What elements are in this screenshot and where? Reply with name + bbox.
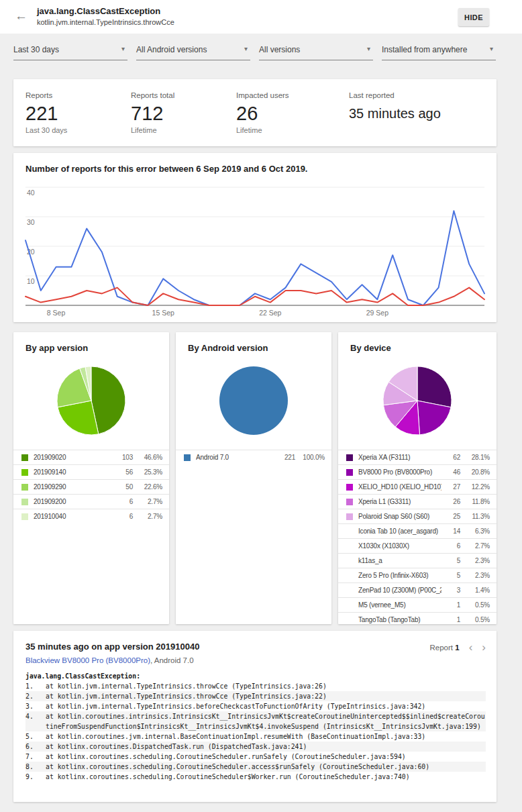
row-count: 5	[441, 557, 460, 564]
hide-button[interactable]: HIDE	[458, 8, 489, 26]
swatch-spacer	[346, 587, 353, 594]
error-subtitle: kotlin.jvm.internal.TypeIntrinsics.throw…	[37, 18, 174, 26]
filter-bar: Last 30 days ▾ All Android versions ▾ Al…	[13, 40, 497, 60]
row-percent: 0.5%	[460, 616, 490, 623]
row-count: 1	[441, 601, 460, 609]
row-count: 6	[114, 498, 133, 505]
row-percent: 22.6%	[133, 483, 162, 491]
next-report-icon[interactable]: ›	[482, 643, 486, 652]
table-row: 20190902010346.6%	[13, 450, 169, 464]
series-color-swatch	[346, 513, 353, 520]
series-color-swatch	[21, 513, 28, 520]
android-version-pie-chart	[176, 352, 331, 450]
chevron-down-icon: ▾	[367, 45, 370, 52]
frame-number: 8.	[25, 762, 46, 772]
stack-frame: 9.at kotlinx.coroutines.scheduling.Corou…	[25, 772, 486, 782]
report-detail-card: 35 minutes ago on app version 201910040 …	[13, 631, 497, 802]
svg-text:40: 40	[27, 189, 35, 197]
chevron-down-icon: ▾	[244, 45, 248, 52]
series-color-swatch	[21, 499, 28, 505]
row-label: M5 (vernee_M5)	[358, 601, 441, 609]
date-range-select[interactable]: Last 30 days ▾	[13, 40, 127, 60]
stats-card: Reports 221 Last 30 days Reports total 7…	[13, 79, 497, 146]
row-percent: 46.6%	[133, 454, 162, 461]
svg-text:22 Sep: 22 Sep	[259, 309, 281, 317]
row-label: X1030x (X1030X)	[358, 542, 441, 550]
row-label: Xperia L1 (G3311)	[358, 498, 441, 505]
row-label: Android 7.0	[196, 454, 276, 461]
top-app-bar: ← java.lang.ClassCastException kotlin.jv…	[0, 0, 522, 34]
table-row: Android 7.0221100.0%	[176, 450, 331, 464]
table-row: BV8000 Pro (BV8000Pro)4620.8%	[338, 464, 497, 479]
row-count: 62	[441, 454, 460, 461]
stack-trace: java.lang.ClassCastException: 1.at kotli…	[25, 671, 486, 782]
row-count: 103	[114, 454, 133, 461]
table-row: Polaroid Snap S60 (S60)2511.3%	[338, 509, 497, 523]
swatch-spacer	[346, 558, 353, 564]
previous-report-icon[interactable]: ‹	[469, 643, 473, 652]
frame-text: at kotlin.coroutines.intrinsics.Intrinsi…	[46, 711, 486, 731]
stack-frame: 8.at kotlinx.coroutines.scheduling.Corou…	[25, 762, 486, 772]
reports-line-chart-card: 102030408 Sep15 Sep22 Sep29 Sep Number o…	[13, 153, 497, 322]
stat-value: 26	[236, 102, 349, 125]
line-chart-title: Number of reports for this error between…	[25, 164, 307, 174]
frame-number: 4.	[25, 711, 46, 731]
row-count: 221	[276, 454, 295, 461]
row-count: 56	[114, 468, 133, 476]
stat-label: Reports	[25, 91, 131, 99]
frame-number: 3.	[25, 701, 46, 711]
row-count: 14	[441, 527, 460, 535]
svg-text:29 Sep: 29 Sep	[366, 309, 388, 317]
stack-frame: 2.at kotlin.jvm.internal.TypeIntrinsics.…	[25, 691, 486, 701]
app-version-select[interactable]: All versions ▾	[259, 40, 373, 60]
series-color-swatch	[346, 454, 353, 461]
stack-frame: 7.at kotlinx.coroutines.scheduling.Corou…	[25, 752, 486, 762]
series-color-swatch	[21, 484, 28, 491]
row-count: 3	[441, 587, 460, 594]
pie-card-title: By Android version	[188, 343, 268, 353]
row-percent: 6.3%	[460, 527, 490, 535]
row-percent: 100.0%	[295, 454, 325, 461]
row-percent: 28.1%	[460, 454, 490, 461]
table-row: 2019092905022.6%	[13, 479, 169, 494]
frame-text: at kotlin.jvm.internal.TypeIntrinsics.be…	[46, 701, 486, 711]
chevron-down-icon: ▾	[121, 45, 125, 52]
install-source-select[interactable]: Installed from anywhere ▾	[382, 40, 496, 60]
row-count: 6	[114, 513, 133, 520]
by-android-version-card: By Android version Android 7.0221100.0%	[176, 332, 331, 624]
series-color-swatch	[346, 484, 353, 491]
table-row: 2019091405625.3%	[13, 464, 169, 479]
table-row: M5 (vernee_M5)10.5%	[338, 597, 497, 612]
row-label: 201909290	[34, 483, 114, 491]
stack-frame: 5.at kotlin.coroutines.jvm.internal.Base…	[25, 731, 486, 742]
stat-value: 221	[25, 102, 131, 125]
row-count: 6	[441, 542, 460, 550]
row-percent: 2.3%	[460, 557, 490, 564]
row-label: Zero 5 Pro (Infinix-X603)	[358, 572, 441, 579]
report-page-indicator: Report 1	[430, 644, 460, 652]
pie-card-title: By device	[350, 343, 391, 353]
exception-name: java.lang.ClassCastException:	[25, 671, 486, 681]
row-percent: 2.7%	[133, 498, 162, 505]
frame-text: at kotlinx.coroutines.scheduling.Corouti…	[46, 772, 486, 782]
device-pie-chart	[338, 352, 497, 450]
row-label: k11as_a	[358, 557, 441, 564]
row-label: XELIO_HD10 (XELIO_HD10)	[358, 483, 441, 491]
frame-number: 7.	[25, 752, 46, 762]
android-version-select[interactable]: All Android versions ▾	[136, 40, 250, 60]
svg-text:15 Sep: 15 Sep	[152, 309, 174, 317]
report-number: 1	[455, 644, 459, 652]
row-percent: 25.3%	[133, 468, 162, 476]
install-source-value: Installed from anywhere	[382, 45, 467, 54]
device-table: Xperia XA (F3111)6228.1%BV8000 Pro (BV80…	[338, 450, 497, 627]
device-link[interactable]: Blackview BV8000 Pro (BV8000Pro)	[25, 656, 150, 664]
stack-frame: 1.at kotlin.jvm.internal.TypeIntrinsics.…	[25, 681, 486, 691]
row-count: 50	[114, 483, 133, 491]
stat-label: Impacted users	[236, 91, 349, 99]
frame-number: 9.	[25, 772, 46, 782]
back-arrow-icon[interactable]: ←	[15, 9, 28, 23]
swatch-spacer	[346, 602, 353, 609]
report-device-line: Blackview BV8000 Pro (BV8000Pro), Androi…	[25, 656, 194, 664]
row-percent: 2.3%	[460, 572, 490, 579]
table-row: Xperia L1 (G3311)2611.8%	[338, 494, 497, 509]
